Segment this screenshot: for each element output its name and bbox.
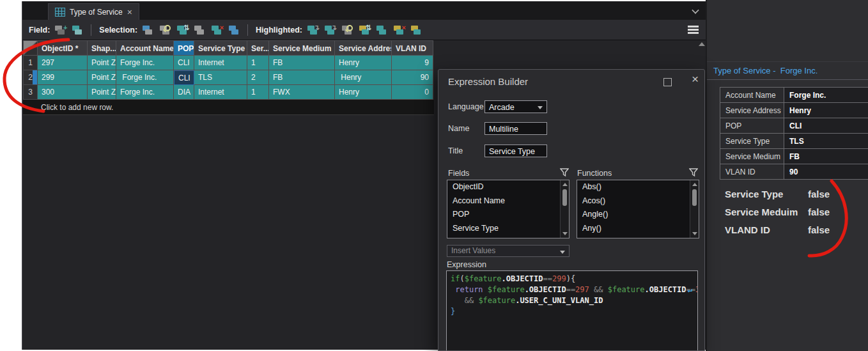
column-header[interactable]: Service Address: [335, 40, 392, 56]
column-header[interactable]: Account Name: [116, 40, 174, 56]
select-highlighted-icon[interactable]: [376, 25, 387, 35]
language-select[interactable]: Arcade: [484, 100, 547, 113]
table-cell[interactable]: 90: [392, 70, 433, 85]
name-label: Name: [448, 124, 469, 133]
table-cell[interactable]: FB: [269, 56, 335, 70]
column-header[interactable]: Ser...: [247, 40, 269, 56]
table-cell[interactable]: Internet: [194, 56, 247, 70]
calculate-field-icon[interactable]: [72, 25, 83, 35]
code-line: return $feature.OBJECTID==297 && $featur…: [451, 285, 694, 295]
zoom-to-highlighted-icon[interactable]: [341, 25, 353, 35]
fields-filter-icon[interactable]: [560, 168, 569, 176]
column-header[interactable]: POP: [174, 40, 194, 56]
copy-highlighted-icon[interactable]: [410, 25, 422, 35]
add-new-row[interactable]: Click to add new row.: [23, 100, 434, 115]
column-header[interactable]: Service Type: [194, 40, 247, 56]
table-cell[interactable]: Point Z: [88, 70, 116, 85]
table-cell[interactable]: Henry: [335, 56, 392, 70]
attribute-value[interactable]: CLI: [784, 118, 868, 134]
attribute-value[interactable]: Henry: [784, 103, 868, 118]
table-cell[interactable]: CLI: [174, 56, 194, 70]
list-item[interactable]: Account Name: [447, 194, 569, 208]
column-header[interactable]: VLAN ID: [392, 40, 433, 56]
chevron-down-icon[interactable]: [692, 6, 699, 13]
table-cell[interactable]: FWX: [269, 85, 335, 100]
close-icon[interactable]: ×: [692, 72, 699, 86]
table-cell[interactable]: 1: [247, 85, 269, 100]
clear-highlighted-icon[interactable]: ×: [393, 25, 405, 35]
table-cell[interactable]: FB: [269, 70, 335, 85]
attribute-label: Service Address: [720, 103, 784, 118]
title-input[interactable]: Service Type: [484, 144, 547, 157]
maximize-icon[interactable]: [663, 78, 672, 86]
result-label: Service Type: [725, 185, 808, 203]
switch-selection-icon[interactable]: ⇅: [176, 25, 188, 35]
table-cell[interactable]: Point Z: [88, 85, 116, 100]
insert-values-select[interactable]: Insert Values: [447, 245, 570, 257]
switch-highlighted-icon[interactable]: ⇅: [359, 25, 370, 35]
table-cell[interactable]: 2: [247, 70, 269, 85]
list-item[interactable]: ObjectID: [447, 180, 569, 194]
add-field-icon[interactable]: +: [54, 25, 66, 35]
attribute-value[interactable]: 90: [784, 164, 868, 180]
table-cell[interactable]: Henry: [335, 85, 392, 100]
table-cell[interactable]: Forge Inc.: [116, 56, 174, 70]
select-rows-icon[interactable]: [142, 25, 153, 35]
copy-selection-icon[interactable]: [228, 25, 240, 35]
table-scroll-up-icon[interactable]: [699, 42, 705, 46]
list-item[interactable]: Area(): [577, 235, 699, 238]
menu-hamburger-icon[interactable]: [688, 25, 699, 34]
table-cell[interactable]: CLI: [174, 70, 194, 85]
row-number[interactable]: 1: [23, 56, 38, 70]
highlighted-group-label: Highlighted:: [256, 26, 302, 35]
highlight-selected-icon[interactable]: ↴: [307, 25, 318, 35]
table-cell[interactable]: Henry: [335, 70, 392, 85]
row-number[interactable]: 3: [23, 85, 38, 100]
code-line: if($feature.OBJECTID==299){: [451, 274, 694, 285]
attribute-value[interactable]: TLS: [784, 134, 868, 149]
tab-title: Type of Service: [70, 8, 123, 17]
table-cell[interactable]: 297: [38, 56, 88, 70]
attribute-value[interactable]: FB: [784, 149, 868, 164]
column-header[interactable]: Shap...: [88, 40, 116, 56]
table-cell[interactable]: 9: [392, 56, 433, 70]
expression-code-editor[interactable]: if($feature.OBJECTID==299){ return $feat…: [446, 270, 698, 350]
table-cell[interactable]: 300: [38, 85, 88, 100]
zoom-to-selection-icon[interactable]: [159, 25, 171, 35]
list-item[interactable]: Any(): [577, 222, 699, 236]
tab-type-of-service[interactable]: Type of Service ×: [48, 3, 139, 20]
scrollbar[interactable]: [690, 180, 699, 238]
functions-label: Functions: [577, 169, 612, 178]
list-item[interactable]: Angle(): [577, 208, 699, 222]
popup-panel: Type of Service - Forge Inc. Account Nam…: [706, 0, 868, 351]
unhighlight-icon[interactable]: ↴: [324, 25, 336, 35]
column-header[interactable]: Service Medium: [269, 40, 335, 56]
table-cell[interactable]: TLS: [194, 70, 247, 85]
select-all-icon[interactable]: [194, 25, 205, 35]
table-cell[interactable]: 1: [247, 56, 269, 70]
table-cell[interactable]: Internet: [194, 85, 247, 100]
table-cell[interactable]: 0: [392, 85, 433, 100]
attribute-value[interactable]: Forge Inc.: [784, 88, 868, 103]
table-cell[interactable]: 299: [38, 70, 88, 85]
table-cell[interactable]: Forge Inc.: [116, 70, 174, 85]
clear-selection-icon[interactable]: ×: [211, 25, 222, 35]
list-item[interactable]: Service...: [447, 235, 569, 238]
list-item[interactable]: Acos(): [577, 194, 699, 208]
scrollbar[interactable]: [560, 180, 569, 238]
table-cell[interactable]: Forge Inc.: [116, 85, 174, 100]
result-row: Service Typefalse: [725, 185, 830, 203]
table-cell[interactable]: Point Z: [88, 56, 116, 70]
row-number[interactable]: 2: [23, 70, 38, 85]
popup-title[interactable]: Type of Service - Forge Inc.: [713, 66, 818, 75]
attribute-label: VLAN ID: [720, 164, 784, 180]
select-all-corner[interactable]: [23, 40, 38, 56]
table-cell[interactable]: DIA: [174, 85, 194, 100]
list-item[interactable]: Abs(): [577, 180, 699, 194]
functions-filter-icon[interactable]: [689, 168, 698, 176]
column-header[interactable]: ObjectID *: [38, 40, 88, 56]
tab-close-icon[interactable]: ×: [127, 8, 132, 17]
list-item[interactable]: Service Type: [447, 222, 569, 236]
list-item[interactable]: POP: [447, 208, 569, 222]
name-input[interactable]: Multiline: [484, 122, 547, 135]
